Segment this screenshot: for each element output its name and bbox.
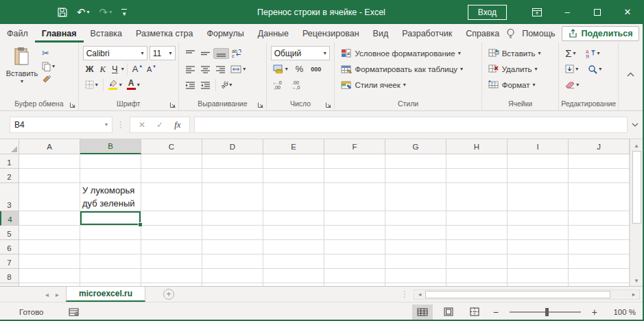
comma-style-button[interactable]: 000 xyxy=(309,65,323,73)
cell-J5[interactable] xyxy=(569,226,630,240)
cell-D8[interactable] xyxy=(202,269,263,283)
undo-dropdown-icon[interactable]: ▾ xyxy=(87,10,90,15)
tab-review[interactable]: Рецензирован xyxy=(296,24,366,43)
zoom-level-label[interactable]: 100 % xyxy=(606,308,636,316)
undo-button[interactable]: ↶▾ xyxy=(77,7,90,17)
cell-B2[interactable] xyxy=(80,169,141,183)
row-header-7[interactable]: 7 xyxy=(0,254,19,269)
expand-formula-bar-icon[interactable] xyxy=(632,123,639,127)
cell-D3[interactable] xyxy=(202,183,263,211)
cell-J4[interactable] xyxy=(569,211,630,226)
increase-decimal-button[interactable]: ←.0 ,00 xyxy=(271,80,284,91)
cell-C1[interactable] xyxy=(141,154,202,169)
tab-home[interactable]: Главная xyxy=(35,24,84,43)
cell-J2[interactable] xyxy=(569,169,630,183)
cell-I3[interactable] xyxy=(508,183,569,211)
tab-help[interactable]: Справка xyxy=(459,24,506,43)
increase-indent-button[interactable] xyxy=(198,80,213,90)
cell-F7[interactable] xyxy=(324,254,385,269)
tab-insert[interactable]: Вставка xyxy=(84,24,129,43)
row-header-3[interactable]: 3 xyxy=(0,183,19,211)
scroll-up-icon[interactable]: ▴ xyxy=(630,139,643,151)
cell-A7[interactable] xyxy=(19,254,80,269)
zoom-in-button[interactable]: + xyxy=(589,307,600,318)
zoom-out-button[interactable]: − xyxy=(490,307,501,318)
cell-D5[interactable] xyxy=(202,226,263,240)
ribbon-display-options-button[interactable] xyxy=(522,0,552,24)
scroll-down-icon[interactable]: ▾ xyxy=(630,274,643,286)
column-header-E[interactable]: E xyxy=(263,139,324,154)
cell-D6[interactable] xyxy=(202,240,263,254)
cell-H2[interactable] xyxy=(446,169,508,183)
cell-D4[interactable] xyxy=(202,211,263,226)
cell-D9[interactable] xyxy=(202,283,263,286)
font-name-combo[interactable]: Calibri▾ xyxy=(83,46,147,60)
delete-cells-button[interactable]: Удалить▾ xyxy=(486,61,556,77)
fill-color-button[interactable]: ▾ xyxy=(106,79,124,91)
fill-button[interactable]: ▾ xyxy=(563,64,580,74)
cell-C3[interactable] xyxy=(141,183,202,211)
row-header-5[interactable]: 5 xyxy=(0,226,19,240)
maximize-button[interactable] xyxy=(582,0,612,24)
cell-E8[interactable] xyxy=(263,269,324,283)
cell-F8[interactable] xyxy=(324,269,385,283)
vertical-scrollbar[interactable]: ▴ ▾ xyxy=(630,139,643,286)
cell-D2[interactable] xyxy=(202,169,263,183)
column-header-C[interactable]: C xyxy=(141,139,202,154)
cell-G1[interactable] xyxy=(385,154,446,169)
font-color-button[interactable]: А▾ xyxy=(125,79,142,91)
cell-G7[interactable] xyxy=(385,254,446,269)
cell-J1[interactable] xyxy=(569,154,630,169)
cell-G2[interactable] xyxy=(385,169,446,183)
cell-F6[interactable] xyxy=(324,240,385,254)
cell-F5[interactable] xyxy=(324,226,385,240)
cell-J6[interactable] xyxy=(569,240,630,254)
cell-B7[interactable] xyxy=(80,254,141,269)
cell-I9[interactable] xyxy=(508,283,569,286)
cell-H4[interactable] xyxy=(446,211,508,226)
align-middle-button[interactable] xyxy=(198,49,213,58)
column-header-F[interactable]: F xyxy=(324,139,385,154)
row-header-4[interactable]: 4 xyxy=(0,211,19,226)
share-button[interactable]: Поделиться xyxy=(562,26,639,41)
cell-E7[interactable] xyxy=(263,254,324,269)
cell-I2[interactable] xyxy=(508,169,569,183)
cancel-entry-button[interactable]: ✕ xyxy=(139,120,145,130)
save-button[interactable] xyxy=(58,8,67,17)
cell-B9[interactable] xyxy=(80,283,141,286)
tab-developer[interactable]: Разработчик xyxy=(395,24,459,43)
cell-C7[interactable] xyxy=(141,254,202,269)
cell-J3[interactable] xyxy=(569,183,630,211)
redo-button[interactable]: ↷▾ xyxy=(99,7,112,17)
name-box-dropdown-icon[interactable]: ▾ xyxy=(105,122,108,128)
cell-G3[interactable] xyxy=(385,183,446,211)
cell-A1[interactable] xyxy=(19,154,80,169)
tab-formulas[interactable]: Формулы xyxy=(200,24,250,43)
tab-data[interactable]: Данные xyxy=(251,24,296,43)
row-header-1[interactable]: 1 xyxy=(0,154,19,169)
cell-B4[interactable] xyxy=(80,211,141,226)
sign-in-button[interactable]: Вход xyxy=(468,5,507,20)
tab-scroll-resize-handle[interactable]: ⋮ xyxy=(401,289,409,299)
number-format-combo[interactable]: Общий▾ xyxy=(271,46,330,60)
horizontal-scrollbar-thumb[interactable] xyxy=(425,291,610,298)
find-select-button[interactable]: ▾ xyxy=(586,64,604,75)
name-box[interactable]: B4 ▾ xyxy=(10,117,112,133)
cell-G6[interactable] xyxy=(385,240,446,254)
tell-me-label[interactable]: Помощь xyxy=(522,29,555,38)
cell-G8[interactable] xyxy=(385,269,446,283)
align-bottom-button[interactable] xyxy=(213,48,229,59)
scroll-right-icon[interactable]: ▸ xyxy=(628,291,639,298)
column-header-G[interactable]: G xyxy=(385,139,446,154)
orientation-button[interactable]: аб̷▾ xyxy=(219,81,234,89)
page-layout-view-button[interactable] xyxy=(438,305,459,320)
wrap-text-button[interactable]: abc xyxy=(230,48,245,58)
decrease-font-button[interactable]: А▾ xyxy=(145,64,158,74)
font-size-combo[interactable]: 11▾ xyxy=(150,46,176,60)
cell-C9[interactable] xyxy=(141,283,202,286)
cell-A9[interactable] xyxy=(19,283,80,286)
cell-J7[interactable] xyxy=(569,254,630,269)
align-top-button[interactable] xyxy=(183,49,198,58)
insert-cells-button[interactable]: Вставить▾ xyxy=(486,45,556,61)
clipboard-dialog-launcher[interactable] xyxy=(69,102,76,108)
